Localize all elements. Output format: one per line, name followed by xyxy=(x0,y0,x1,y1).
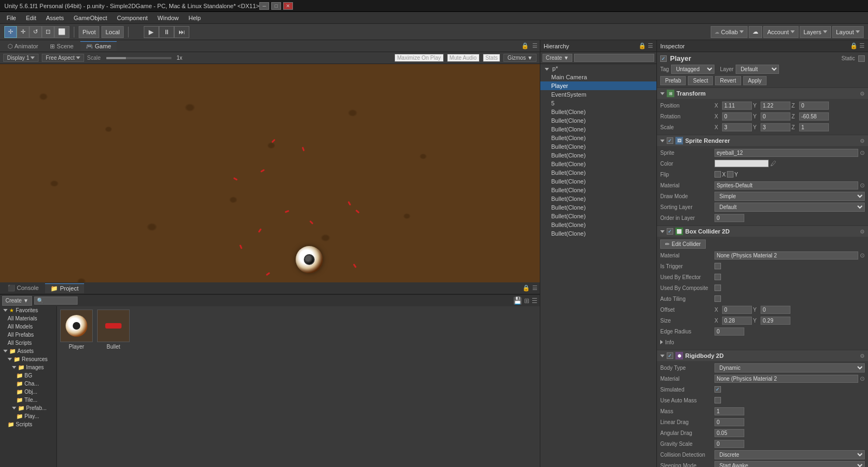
rot-z[interactable] xyxy=(799,112,829,121)
hierarchy-create-btn[interactable]: Create ▼ xyxy=(542,54,572,62)
size-y[interactable] xyxy=(761,317,790,325)
used-by-composite-checkbox[interactable] xyxy=(714,285,721,291)
used-by-effector-checkbox[interactable] xyxy=(714,274,721,280)
hier-bullet-11[interactable]: Bullet(Clone) xyxy=(540,194,656,203)
minimize-button[interactable]: ─ xyxy=(259,2,269,10)
flip-y-checkbox[interactable] xyxy=(727,171,733,178)
collab-button[interactable]: ☁ Collab xyxy=(711,26,748,38)
bc-material-icon[interactable]: ⊙ xyxy=(860,252,865,259)
hier-bullet-7[interactable]: Bullet(Clone) xyxy=(540,160,656,168)
tool-move[interactable]: ✛ xyxy=(17,26,29,38)
tile-folder[interactable]: 📁 Tile... xyxy=(0,396,56,404)
prefab-btn[interactable]: Prefab xyxy=(660,76,686,85)
collision-detection-dropdown[interactable]: Discrete xyxy=(714,450,865,459)
is-trigger-checkbox[interactable] xyxy=(714,263,721,269)
hier-bullet-3[interactable]: Bullet(Clone) xyxy=(540,125,656,134)
transform-settings[interactable]: ⚙ xyxy=(860,91,865,97)
images-folder[interactable]: 📁 Images xyxy=(0,363,56,371)
sleeping-mode-dropdown[interactable]: Start Awake xyxy=(714,461,865,468)
menu-gameobject[interactable]: GameObject xyxy=(69,14,112,22)
size-x[interactable] xyxy=(722,317,752,325)
hier-bullet-15[interactable]: Bullet(Clone) xyxy=(540,229,656,238)
rigidbody2d-header[interactable]: ⬢ Rigidbody 2D ⚙ xyxy=(657,350,868,361)
play-button[interactable]: ▶ xyxy=(144,26,159,38)
auto-tiling-checkbox[interactable] xyxy=(714,295,721,302)
cloud-button[interactable]: ☁ xyxy=(749,26,762,38)
rigidbody2d-settings[interactable]: ⚙ xyxy=(860,353,865,359)
obj-folder[interactable]: 📁 Obj... xyxy=(0,388,56,396)
gizmos-dropdown[interactable]: Gizmos ▼ xyxy=(503,54,537,62)
pos-x[interactable] xyxy=(722,102,752,110)
panel-menu[interactable]: ☰ xyxy=(532,42,538,49)
play-folder[interactable]: 📁 Play... xyxy=(0,412,56,420)
order-in-layer-input[interactable] xyxy=(714,214,744,222)
project-save-icon[interactable]: 💾 xyxy=(513,296,522,305)
linear-drag-input[interactable] xyxy=(714,418,744,426)
hier-bullet-5[interactable]: Bullet(Clone) xyxy=(540,142,656,151)
menu-assets[interactable]: Assets xyxy=(42,14,68,22)
menu-file[interactable]: File xyxy=(2,14,21,22)
tag-dropdown[interactable]: Untagged xyxy=(671,65,714,74)
hier-bullet-12[interactable]: Bullet(Clone) xyxy=(540,203,656,212)
project-view-icon[interactable]: ⊞ xyxy=(524,297,529,305)
local-button[interactable]: Local xyxy=(101,26,123,38)
step-button[interactable]: ⏭ xyxy=(174,26,189,38)
hier-event-system[interactable]: EventSystem xyxy=(540,90,656,99)
layers-button[interactable]: Layers xyxy=(800,26,831,38)
menu-component[interactable]: Component xyxy=(112,14,152,22)
box-collider-header[interactable]: ⬜ Box Collider 2D ⚙ xyxy=(657,226,868,237)
all-prefabs[interactable]: All Prefabs xyxy=(0,331,56,339)
all-materials[interactable]: All Materials xyxy=(0,314,56,323)
hier-bullet-6[interactable]: Bullet(Clone) xyxy=(540,151,656,160)
close-button[interactable]: ✕ xyxy=(283,2,293,10)
hier-scene[interactable]: p* xyxy=(540,64,656,73)
tab-game[interactable]: 🎮 Game xyxy=(80,41,117,51)
pos-z[interactable] xyxy=(799,102,829,110)
hier-bullet-2[interactable]: Bullet(Clone) xyxy=(540,116,656,125)
hier-bullet-8[interactable]: Bullet(Clone) xyxy=(540,168,656,177)
material-input-sr[interactable] xyxy=(714,181,858,190)
rb-material-icon[interactable]: ⊙ xyxy=(860,375,865,382)
tab-scene[interactable]: ⊞ Scene xyxy=(44,41,79,51)
mass-input[interactable] xyxy=(714,407,744,415)
project-more-icon[interactable]: ☰ xyxy=(532,297,538,305)
transform-header[interactable]: ⊞ Transform ⚙ xyxy=(657,88,868,99)
tool-hand[interactable]: ✢ xyxy=(4,26,17,38)
static-checkbox[interactable] xyxy=(858,55,865,62)
offset-y[interactable] xyxy=(761,306,790,314)
hier-bullet-9[interactable]: Bullet(Clone) xyxy=(540,177,656,186)
gravity-scale-input[interactable] xyxy=(714,440,744,448)
flip-x-checkbox[interactable] xyxy=(714,171,721,178)
hier-main-camera[interactable]: Main Camera xyxy=(540,73,656,81)
inspector-lock[interactable]: 🔒 xyxy=(850,42,858,49)
layout-button[interactable]: Layout xyxy=(832,26,864,38)
console-tab[interactable]: ⬛ Console xyxy=(2,283,44,293)
tab-animator[interactable]: ⬡ Animator xyxy=(2,41,43,51)
resources-folder[interactable]: 📁 Resources xyxy=(0,355,56,363)
simulated-checkbox[interactable] xyxy=(714,386,721,393)
hier-bullet-1[interactable]: Bullet(Clone) xyxy=(540,108,656,116)
scripts-folder[interactable]: 📁 Scripts xyxy=(0,420,56,428)
panel-lock[interactable]: 🔒 xyxy=(521,42,529,49)
sprite-renderer-settings[interactable]: ⚙ xyxy=(860,138,865,144)
cha-folder[interactable]: 📁 Cha... xyxy=(0,380,56,388)
display-dropdown[interactable]: Display 1 xyxy=(3,54,39,62)
hierarchy-lock[interactable]: 🔒 xyxy=(639,42,646,49)
project-tab[interactable]: 📁 Project xyxy=(45,283,84,293)
object-active-checkbox[interactable] xyxy=(660,55,667,62)
scale-y[interactable] xyxy=(761,123,790,131)
project-search[interactable] xyxy=(34,296,78,305)
menu-edit[interactable]: Edit xyxy=(22,14,41,22)
maximize-on-play[interactable]: Maximize On Play xyxy=(394,54,444,62)
assets-header[interactable]: 📁 Assets xyxy=(0,347,56,355)
material-select-icon[interactable]: ⊙ xyxy=(860,182,865,189)
sorting-layer-dropdown[interactable]: Default xyxy=(714,203,865,212)
scale-z[interactable] xyxy=(799,123,829,131)
bottom-menu[interactable]: ☰ xyxy=(532,285,538,292)
draw-mode-dropdown[interactable]: Simple xyxy=(714,192,865,201)
menu-help[interactable]: Help xyxy=(184,14,205,22)
rot-y[interactable] xyxy=(761,112,790,121)
all-models[interactable]: All Models xyxy=(0,323,56,331)
color-swatch[interactable] xyxy=(714,160,769,167)
revert-btn[interactable]: Revert xyxy=(715,76,741,85)
